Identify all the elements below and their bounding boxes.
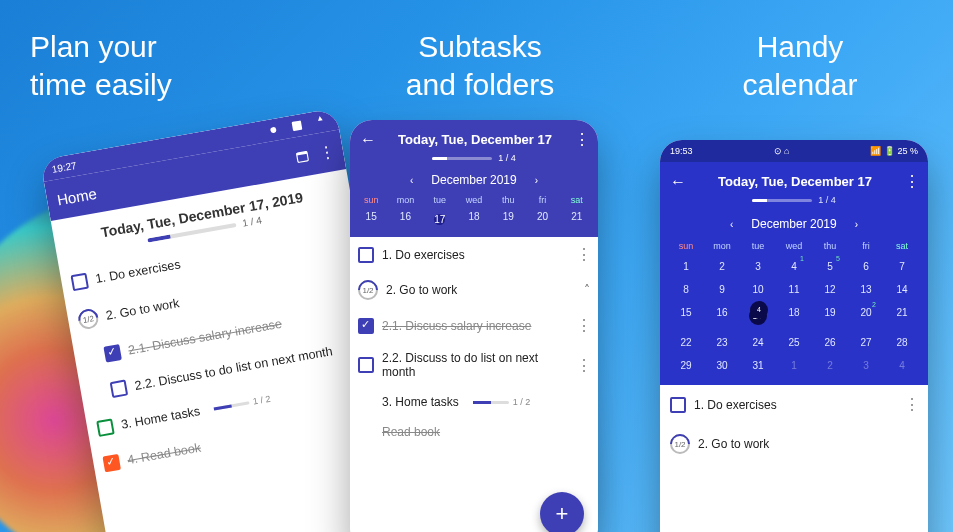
- checkbox-icon[interactable]: [71, 273, 90, 292]
- progress-circle-icon[interactable]: 1/2: [358, 280, 378, 300]
- day-cell[interactable]: 10: [740, 278, 776, 301]
- day-cell[interactable]: 1: [668, 255, 704, 278]
- day-cell[interactable]: 55: [812, 255, 848, 278]
- day-cell[interactable]: 30: [704, 354, 740, 377]
- day-cell[interactable]: 4: [884, 354, 920, 377]
- day-cell[interactable]: 26: [812, 331, 848, 354]
- task-row[interactable]: Read book: [350, 417, 598, 447]
- day-cell[interactable]: 6: [848, 255, 884, 278]
- day-cell[interactable]: 25: [776, 331, 812, 354]
- overflow-icon[interactable]: ⋮: [576, 316, 590, 335]
- checkbox-icon[interactable]: [358, 247, 374, 263]
- day-cell[interactable]: 27: [848, 331, 884, 354]
- task-label: 2. Go to work: [698, 437, 918, 451]
- day-cell[interactable]: 20: [525, 211, 559, 229]
- progress-circle-icon[interactable]: 1/2: [77, 307, 100, 330]
- progress-circle-icon[interactable]: 1/2: [670, 434, 690, 454]
- day-cell[interactable]: 16: [388, 211, 422, 229]
- subtask-row[interactable]: 2.1. Discuss salary increase ⋮: [350, 308, 598, 343]
- status-icon: ⊙ ⌂: [774, 146, 790, 156]
- day-cell[interactable]: 11: [776, 278, 812, 301]
- checkbox-checked-icon[interactable]: [102, 454, 121, 473]
- task-row[interactable]: 3. Home tasks 1 / 2: [350, 387, 598, 417]
- calendar-grid: sunmontuewedthufrisat: [660, 237, 928, 255]
- day-cell[interactable]: 3: [848, 354, 884, 377]
- month-nav: ‹ December 2019 ›: [660, 213, 928, 237]
- chevron-right-icon[interactable]: ›: [855, 219, 858, 230]
- chevron-up-icon[interactable]: ˄: [584, 283, 590, 297]
- day-cell[interactable]: 15: [354, 211, 388, 229]
- day-cell[interactable]: 22: [668, 331, 704, 354]
- day-cell-today[interactable]: 17: [423, 211, 457, 229]
- checkbox-icon[interactable]: [110, 380, 129, 399]
- day-cell[interactable]: 202: [848, 301, 884, 331]
- month-label: December 2019: [751, 217, 836, 231]
- task-list: 1. Do exercises ⋮ 1/2 2. Go to work: [660, 385, 928, 464]
- day-cell[interactable]: 15: [668, 301, 704, 331]
- overflow-icon[interactable]: ⋮: [904, 172, 918, 191]
- month-nav: ‹ December 2019 ›: [350, 169, 598, 193]
- subtask-row[interactable]: 2.2. Discuss to do list on next month ⋮: [350, 343, 598, 387]
- day-cell[interactable]: 14: [884, 278, 920, 301]
- day-cell[interactable]: 19: [812, 301, 848, 331]
- task-label: 3. Home tasks: [382, 395, 459, 409]
- checkbox-icon[interactable]: [670, 397, 686, 413]
- day-cell[interactable]: 23: [704, 331, 740, 354]
- day-cell[interactable]: 9: [704, 278, 740, 301]
- task-row[interactable]: 1. Do exercises ⋮: [350, 237, 598, 272]
- checkbox-icon[interactable]: [358, 357, 374, 373]
- fab-add-button[interactable]: +: [540, 492, 584, 532]
- day-cell[interactable]: 31: [740, 354, 776, 377]
- day-cell[interactable]: 3: [740, 255, 776, 278]
- overflow-icon[interactable]: ⋮: [904, 395, 918, 414]
- day-cell[interactable]: 12: [812, 278, 848, 301]
- back-icon[interactable]: ←: [670, 173, 686, 191]
- task-label: 2. Go to work: [386, 283, 576, 297]
- back-icon[interactable]: ←: [360, 131, 376, 149]
- day-cell[interactable]: 2: [704, 255, 740, 278]
- subtask-label: 2.2. Discuss to do list on next month: [382, 351, 568, 379]
- checkbox-icon[interactable]: [96, 418, 115, 437]
- task-label: 4. Read book: [126, 441, 202, 468]
- task-progress: 1 / 2: [213, 394, 271, 414]
- day-cell[interactable]: 21: [884, 301, 920, 331]
- chevron-right-icon[interactable]: ›: [535, 175, 538, 186]
- day-cell[interactable]: 29: [668, 354, 704, 377]
- day-cell[interactable]: 41: [776, 255, 812, 278]
- day-cell[interactable]: 24: [740, 331, 776, 354]
- day-cell[interactable]: 19: [491, 211, 525, 229]
- chevron-left-icon[interactable]: ‹: [730, 219, 733, 230]
- day-cell[interactable]: 18: [457, 211, 491, 229]
- task-row[interactable]: 1/2 2. Go to work ˄: [350, 272, 598, 308]
- overflow-icon[interactable]: ⋮: [317, 142, 334, 163]
- day-cell[interactable]: 21: [560, 211, 594, 229]
- day-cell[interactable]: 28: [884, 331, 920, 354]
- day-cell[interactable]: 16: [704, 301, 740, 331]
- day-cell[interactable]: 2: [812, 354, 848, 377]
- chevron-left-icon[interactable]: ‹: [410, 175, 413, 186]
- day-cell[interactable]: 1: [776, 354, 812, 377]
- subtask-label: 2.1. Discuss salary increase: [382, 319, 568, 333]
- day-cell[interactable]: 18: [776, 301, 812, 331]
- task-row[interactable]: 1. Do exercises ⋮: [660, 385, 928, 424]
- calendar-days: 1234155678910111213141516174181920221222…: [660, 255, 928, 377]
- header: ← Today, Tue, December 17 ⋮ 1 / 4 ‹ Dece…: [350, 120, 598, 237]
- progress-label: 1 / 4: [241, 215, 262, 229]
- checkbox-checked-icon[interactable]: [358, 318, 374, 334]
- day-cell-today[interactable]: 174: [740, 301, 776, 331]
- phone-3: 19:53 ⊙ ⌂ 📶 🔋 25 % ← Today, Tue, Decembe…: [660, 140, 928, 532]
- overflow-icon[interactable]: ⋮: [576, 356, 590, 375]
- progress-label: 1 / 4: [818, 195, 836, 205]
- task-row[interactable]: 1/2 2. Go to work: [660, 424, 928, 464]
- day-cell[interactable]: 13: [848, 278, 884, 301]
- day-cell[interactable]: 8: [668, 278, 704, 301]
- day-cell[interactable]: 7: [884, 255, 920, 278]
- calendar-icon[interactable]: [294, 148, 310, 164]
- overflow-icon[interactable]: ⋮: [576, 245, 590, 264]
- overflow-icon[interactable]: ⋮: [574, 130, 588, 149]
- header: ← Today, Tue, December 17 ⋮ 1 / 4 ‹ Dece…: [660, 162, 928, 385]
- task-list: 1. Do exercises ⋮ 1/2 2. Go to work ˄ 2.…: [350, 237, 598, 447]
- task-label: 2. Go to work: [105, 296, 181, 323]
- checkbox-checked-icon[interactable]: [103, 344, 122, 363]
- status-icon: [313, 114, 329, 130]
